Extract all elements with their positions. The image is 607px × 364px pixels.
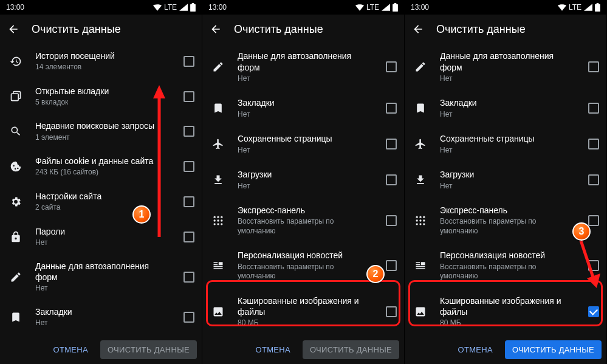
checkbox[interactable] xyxy=(588,103,599,114)
item-saved-pages[interactable]: Сохраненные страницыНет xyxy=(202,126,404,162)
checkbox[interactable] xyxy=(588,139,599,149)
tabs-icon xyxy=(10,91,22,103)
item-passwords[interactable]: ПаролиНет xyxy=(0,219,202,255)
grid-icon xyxy=(212,215,224,227)
checkbox[interactable] xyxy=(183,56,194,67)
item-title: Данные для автозаполнения форм xyxy=(35,261,170,283)
item-title: Пароли xyxy=(35,226,170,237)
clear-button[interactable]: ОЧИСТИТЬ ДАННЫЕ xyxy=(100,340,197,359)
checkbox[interactable] xyxy=(386,260,397,271)
item-cache[interactable]: Кэшированные изображения и файлы80 МБ xyxy=(405,288,606,335)
item-sub: Нет xyxy=(238,110,372,120)
wifi-icon xyxy=(558,4,566,11)
back-icon[interactable] xyxy=(210,23,222,35)
page-title: Очистить данные xyxy=(32,23,121,36)
item-title: Открытые вкладки xyxy=(35,86,170,97)
item-autofill[interactable]: Данные для автозаполнения формНет xyxy=(0,254,202,300)
bottom-bar: ОТМЕНА ОЧИСТИТЬ ДАННЫЕ xyxy=(0,335,202,364)
svg-point-7 xyxy=(217,219,219,221)
cancel-button[interactable]: ОТМЕНА xyxy=(46,340,95,359)
item-title: Загрузки xyxy=(440,169,575,180)
checkbox[interactable] xyxy=(183,196,194,207)
item-sub: 80 МБ xyxy=(440,318,575,328)
item-title: Закладки xyxy=(35,306,170,317)
item-title: Кэшированные изображения и файлы xyxy=(238,295,372,317)
item-title: Недавние поисковые запросы xyxy=(35,120,170,131)
item-title: Персонализация новостей xyxy=(440,250,575,261)
checkbox-checked[interactable] xyxy=(588,306,599,317)
back-icon[interactable] xyxy=(7,23,19,35)
history-icon xyxy=(10,55,22,67)
item-title: Сохраненные страницы xyxy=(238,133,372,144)
item-bookmarks[interactable]: ЗакладкиНет xyxy=(405,91,606,126)
phone-panel-1: 13:00 LTE Очистить данные История посеще… xyxy=(0,0,202,364)
status-bar: 13:00 LTE xyxy=(202,0,404,15)
item-title: Файлы cookie и данные сайта xyxy=(35,156,170,167)
page-title: Очистить данные xyxy=(436,23,526,36)
item-title: Данные для автозаполнения форм xyxy=(440,50,575,72)
item-bookmarks[interactable]: ЗакладкиНет xyxy=(202,91,404,126)
battery-icon xyxy=(393,3,398,12)
item-sub: 243 КБ (16 сайтов) xyxy=(35,168,170,177)
checkbox[interactable] xyxy=(386,103,397,114)
checkbox[interactable] xyxy=(588,215,599,226)
search-icon xyxy=(10,125,22,137)
item-cookies[interactable]: Файлы cookie и данные сайта243 КБ (16 са… xyxy=(0,149,202,184)
item-news[interactable]: Персонализация новостейВосстановить пара… xyxy=(405,243,606,288)
item-downloads[interactable]: ЗагрузкиНет xyxy=(405,162,606,198)
checkbox[interactable] xyxy=(386,61,397,72)
battery-icon xyxy=(595,3,600,12)
item-autofill[interactable]: Данные для автозаполнения формНет xyxy=(405,44,606,91)
svg-point-5 xyxy=(221,216,222,218)
checkbox[interactable] xyxy=(183,312,194,323)
checkbox[interactable] xyxy=(386,306,397,317)
back-icon[interactable] xyxy=(412,23,424,35)
status-net: LTE xyxy=(164,3,177,12)
app-bar: Очистить данные xyxy=(202,15,404,44)
item-sub: 80 МБ xyxy=(238,318,372,328)
item-autofill[interactable]: Данные для автозаполнения формНет xyxy=(202,44,404,91)
item-tabs[interactable]: Открытые вкладки5 вкладок xyxy=(0,79,202,114)
status-time: 13:00 xyxy=(6,3,24,12)
item-history[interactable]: История посещений14 элементов xyxy=(0,44,202,79)
item-cache[interactable]: Кэшированные изображения и файлы80 МБ xyxy=(202,288,404,335)
checkbox[interactable] xyxy=(588,61,599,72)
download-icon xyxy=(212,174,224,186)
cancel-button[interactable]: ОТМЕНА xyxy=(248,340,297,359)
item-downloads[interactable]: ЗагрузкиНет xyxy=(202,162,404,198)
item-bookmarks[interactable]: ЗакладкиНет xyxy=(0,300,202,335)
checkbox[interactable] xyxy=(183,232,194,242)
pencil-icon xyxy=(10,271,22,283)
item-sub: 1 элемент xyxy=(35,133,170,143)
checkbox[interactable] xyxy=(183,91,194,102)
airplane-icon xyxy=(212,138,224,150)
app-bar: Очистить данные xyxy=(405,15,606,44)
cancel-button[interactable]: ОТМЕНА xyxy=(450,340,499,359)
item-site-settings[interactable]: Настройки сайта2 сайта xyxy=(0,184,202,219)
status-bar: 13:00 LTE xyxy=(0,0,202,15)
item-saved-pages[interactable]: Сохраненные страницыНет xyxy=(405,126,606,162)
svg-rect-0 xyxy=(12,94,19,101)
step-badge-2: 2 xyxy=(366,265,385,283)
checkbox[interactable] xyxy=(386,174,397,185)
clear-button-enabled[interactable]: ОЧИСТИТЬ ДАННЫЕ xyxy=(505,340,602,359)
bookmark-icon xyxy=(414,102,427,114)
checkbox[interactable] xyxy=(183,272,194,283)
checkbox[interactable] xyxy=(588,260,599,271)
clear-button[interactable]: ОЧИСТИТЬ ДАННЫЕ xyxy=(303,340,399,359)
item-sub: Нет xyxy=(238,182,372,191)
svg-point-14 xyxy=(423,216,425,218)
item-sub: Нет xyxy=(35,238,170,248)
checkbox[interactable] xyxy=(183,161,194,172)
signal-icon xyxy=(584,4,592,11)
item-speed-dial[interactable]: Экспресс-панельВосстановить параметры по… xyxy=(202,198,404,243)
svg-point-15 xyxy=(416,219,418,221)
checkbox[interactable] xyxy=(386,139,397,149)
item-searches[interactable]: Недавние поисковые запросы1 элемент xyxy=(0,114,202,149)
item-sub: Нет xyxy=(440,74,575,84)
wifi-icon xyxy=(153,4,162,11)
svg-point-9 xyxy=(214,223,216,225)
checkbox[interactable] xyxy=(183,126,194,137)
checkbox[interactable] xyxy=(588,174,599,185)
checkbox[interactable] xyxy=(386,215,397,226)
